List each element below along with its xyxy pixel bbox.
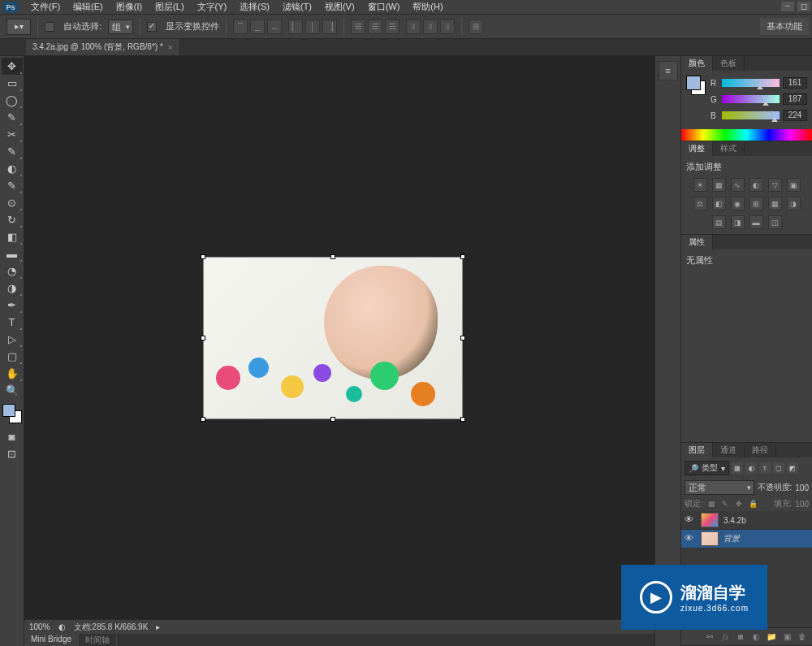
zoom-tool[interactable]: 🔍	[2, 382, 23, 399]
b-slider[interactable]	[722, 111, 780, 119]
align-top-icon[interactable]: ⎺	[233, 20, 248, 34]
g-slider[interactable]	[722, 95, 780, 103]
slider-thumb[interactable]	[757, 85, 763, 89]
color-spectrum[interactable]	[681, 129, 812, 141]
stamp-tool[interactable]: ⊙	[2, 194, 23, 211]
tab-channels[interactable]: 通道	[713, 443, 745, 457]
lock-all-icon[interactable]: 🔒	[748, 499, 758, 509]
filter-smart-icon[interactable]: ◩	[787, 462, 798, 474]
color-lookup-icon[interactable]: ▦	[768, 197, 782, 210]
tab-mini-bridge[interactable]: Mini Bridge	[24, 634, 79, 646]
canvas-area[interactable]: 100% ◐ 文档:285.8 K/666.9K ▸ Mini Bridge 时…	[24, 56, 654, 646]
menu-layer[interactable]: 图层(L)	[149, 0, 190, 15]
tab-paths[interactable]: 路径	[745, 443, 776, 457]
screen-mode-tool[interactable]: ⊡	[2, 445, 23, 462]
channel-mixer-icon[interactable]: ⊞	[749, 197, 763, 210]
layer-name[interactable]: 3.4.2b	[723, 516, 809, 525]
menu-text[interactable]: 文字(Y)	[191, 0, 234, 15]
lock-position-icon[interactable]: ✥	[734, 499, 745, 509]
brush-tool[interactable]: ✎	[2, 177, 23, 194]
g-value[interactable]: 187	[783, 93, 807, 105]
dist-top-icon[interactable]: ☰	[351, 20, 365, 34]
slider-thumb[interactable]	[762, 102, 769, 106]
r-value[interactable]: 161	[783, 77, 807, 89]
lasso-tool[interactable]: ◯	[2, 92, 23, 109]
workspace-switcher[interactable]: 基本功能	[760, 18, 809, 35]
transform-handle[interactable]	[460, 254, 465, 259]
layer-row[interactable]: 👁 3.4.2b	[681, 511, 812, 530]
menu-help[interactable]: 帮助(H)	[406, 0, 449, 15]
zoom-level[interactable]: 100%	[29, 622, 50, 631]
status-icon[interactable]: ◐	[58, 622, 66, 631]
align-vcenter-icon[interactable]: ⎯	[250, 20, 265, 34]
marquee-tool[interactable]: ▭	[2, 75, 23, 92]
layer-group-icon[interactable]: 📁	[765, 631, 778, 644]
link-layers-icon[interactable]: ⚯	[703, 631, 716, 644]
transform-handle[interactable]	[201, 417, 205, 422]
eraser-tool[interactable]: ◧	[2, 228, 23, 245]
type-tool[interactable]: T	[2, 314, 23, 331]
shape-tool[interactable]: ▢	[2, 348, 23, 365]
hand-tool[interactable]: ✋	[2, 365, 23, 382]
invert-icon[interactable]: ◑	[787, 197, 801, 210]
r-slider[interactable]	[722, 79, 780, 87]
canvas-image[interactable]	[203, 257, 463, 419]
filter-shape-icon[interactable]: ▢	[773, 462, 784, 474]
dist-hcenter-icon[interactable]: ⦀	[423, 20, 438, 34]
slider-thumb[interactable]	[771, 118, 778, 122]
new-layer-icon[interactable]: ▣	[780, 631, 793, 644]
align-right-icon[interactable]: ▕	[322, 20, 337, 34]
fg-swatch[interactable]	[686, 76, 701, 90]
eyedropper-tool[interactable]: ✎	[2, 143, 23, 160]
exposure-icon[interactable]: ◐	[749, 178, 763, 192]
levels-icon[interactable]: ▦	[712, 178, 726, 192]
crop-tool[interactable]: ✂	[2, 126, 23, 143]
balance-icon[interactable]: ⚖	[693, 197, 707, 210]
transform-handle[interactable]	[460, 417, 465, 422]
opacity-value[interactable]: 100	[795, 483, 809, 492]
layer-thumbnail[interactable]	[701, 531, 719, 546]
visibility-toggle[interactable]: 👁	[685, 533, 696, 544]
visibility-toggle[interactable]: 👁	[685, 514, 696, 526]
gradient-map-icon[interactable]: ▬	[749, 215, 763, 229]
bw-icon[interactable]: ◧	[712, 197, 726, 210]
threshold-icon[interactable]: ◨	[731, 215, 745, 229]
path-select-tool[interactable]: ▷	[2, 331, 23, 348]
layer-kind-filter[interactable]: 🔎 类型 ▾	[685, 461, 729, 475]
auto-select-dropdown[interactable]: 组	[108, 20, 133, 34]
maximize-button[interactable]: ◻	[797, 2, 810, 11]
layer-fx-icon[interactable]: 𝑓𝑥	[719, 631, 732, 644]
transform-handle[interactable]	[330, 417, 335, 422]
status-arrow-icon[interactable]: ▸	[156, 622, 160, 631]
dodge-tool[interactable]: ◑	[2, 280, 23, 297]
b-value[interactable]: 224	[783, 110, 807, 121]
minimize-button[interactable]: −	[781, 2, 794, 11]
foreground-color[interactable]	[2, 404, 15, 417]
tab-styles[interactable]: 样式	[713, 141, 745, 156]
fill-value[interactable]: 100	[795, 500, 809, 509]
menu-view[interactable]: 视图(V)	[318, 0, 361, 15]
transform-handle[interactable]	[460, 336, 465, 340]
tab-layers[interactable]: 图层	[681, 443, 713, 457]
delete-layer-icon[interactable]: 🗑	[796, 631, 809, 644]
auto-select-checkbox[interactable]	[45, 22, 54, 32]
history-panel-icon[interactable]: ≡	[659, 61, 678, 80]
align-left-icon[interactable]: ▏	[288, 20, 303, 34]
pen-tool[interactable]: ✒	[2, 297, 23, 314]
tab-adjustments[interactable]: 调整	[681, 141, 713, 156]
close-tab-icon[interactable]: ×	[168, 43, 173, 52]
layer-mask-icon[interactable]: ◙	[734, 631, 747, 644]
selective-color-icon[interactable]: ◫	[768, 215, 782, 229]
lock-transparency-icon[interactable]: ▦	[706, 499, 717, 509]
tab-properties[interactable]: 属性	[681, 235, 713, 249]
posterize-icon[interactable]: ▤	[712, 215, 726, 229]
gradient-tool[interactable]: ▬	[2, 245, 23, 262]
menu-image[interactable]: 图像(I)	[110, 0, 149, 15]
tab-timeline[interactable]: 时间轴	[79, 634, 117, 646]
auto-align-icon[interactable]: ⊞	[469, 20, 483, 34]
transform-handle[interactable]	[201, 336, 205, 340]
doc-size[interactable]: 文档:285.8 K/666.9K	[74, 622, 149, 633]
color-swatches[interactable]	[2, 404, 22, 423]
tab-color[interactable]: 颜色	[681, 56, 713, 71]
menu-window[interactable]: 窗口(W)	[361, 0, 407, 15]
